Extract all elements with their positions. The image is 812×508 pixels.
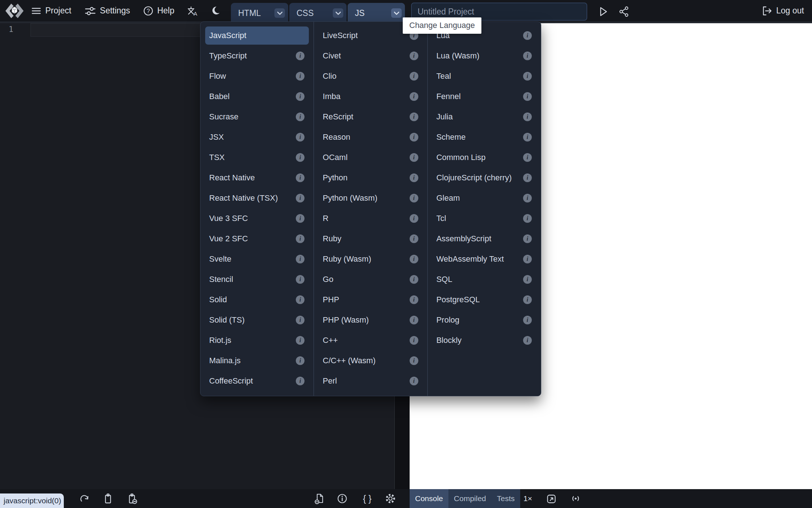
editor-select-js[interactable]: JS <box>348 3 405 23</box>
language-item[interactable]: WebAssembly Text i <box>432 250 536 268</box>
info-icon[interactable]: i <box>296 72 304 81</box>
info-icon[interactable]: i <box>296 214 304 223</box>
language-item[interactable]: Python i <box>319 169 422 187</box>
info-icon[interactable]: i <box>410 112 418 121</box>
language-item[interactable]: C/C++ (Wasm) i <box>319 352 422 370</box>
language-item[interactable]: Ruby i <box>319 230 422 248</box>
external-resources-button[interactable] <box>314 493 325 504</box>
language-item[interactable]: Julia i <box>432 108 536 126</box>
info-icon[interactable]: i <box>296 153 304 162</box>
info-icon[interactable]: i <box>410 356 418 365</box>
info-icon[interactable]: i <box>523 275 532 284</box>
info-icon[interactable]: i <box>523 72 532 81</box>
language-item[interactable]: SQL i <box>432 270 536 288</box>
language-item[interactable]: Lua (Wasm) i <box>432 47 536 65</box>
share-button[interactable] <box>619 6 630 17</box>
language-item[interactable]: Blockly i <box>432 331 536 349</box>
language-item[interactable]: JSX i <box>205 128 309 146</box>
language-item[interactable]: R i <box>319 209 422 228</box>
language-item[interactable]: Imba i <box>319 87 422 106</box>
editor-settings-button[interactable] <box>385 493 396 504</box>
info-icon[interactable]: i <box>410 336 418 345</box>
logout-button[interactable]: Log out <box>762 0 804 21</box>
info-icon[interactable]: i <box>296 295 304 304</box>
language-item[interactable]: Tcl i <box>432 209 536 228</box>
info-icon[interactable]: i <box>523 153 532 162</box>
custom-settings-button[interactable]: { } <box>363 493 372 504</box>
info-icon[interactable]: i <box>523 133 532 142</box>
language-item[interactable]: Sucrase i <box>205 108 309 126</box>
info-icon[interactable]: i <box>523 52 532 60</box>
language-item[interactable]: Common Lisp i <box>432 148 536 167</box>
info-icon[interactable]: i <box>523 112 532 121</box>
language-item[interactable]: Malina.js i <box>205 352 309 370</box>
language-item[interactable]: CoffeeScript i <box>205 372 309 390</box>
info-icon[interactable]: i <box>410 214 418 223</box>
info-icon[interactable]: i <box>410 173 418 182</box>
info-icon[interactable]: i <box>410 92 418 101</box>
language-item[interactable]: Flow i <box>205 67 309 85</box>
language-item[interactable]: Perl i <box>319 372 422 390</box>
language-item[interactable]: Fennel i <box>432 87 536 106</box>
info-icon[interactable]: i <box>523 214 532 223</box>
editor-info-button[interactable] <box>337 493 348 504</box>
copy-as-url-button[interactable] <box>127 493 138 504</box>
language-item[interactable]: Python (Wasm) i <box>319 189 422 207</box>
open-in-new-window-button[interactable] <box>546 493 557 504</box>
menu-project[interactable]: Project <box>31 6 71 16</box>
info-icon[interactable]: i <box>523 92 532 101</box>
info-icon[interactable]: i <box>523 234 532 243</box>
language-item[interactable]: Reason i <box>319 128 422 146</box>
info-icon[interactable]: i <box>410 316 418 324</box>
chevron-down-icon[interactable] <box>391 8 402 18</box>
language-item[interactable]: PHP (Wasm) i <box>319 311 422 329</box>
translate-button[interactable]: A <box>187 5 198 16</box>
language-item[interactable]: Babel i <box>205 87 309 106</box>
info-icon[interactable]: i <box>410 52 418 60</box>
language-item[interactable]: Gleam i <box>432 189 536 207</box>
menu-help[interactable]: ? Help <box>143 6 174 16</box>
language-item[interactable]: OCaml i <box>319 148 422 167</box>
language-item[interactable]: ClojureScript (cherry) i <box>432 169 536 187</box>
language-item[interactable]: Teal i <box>432 67 536 85</box>
info-icon[interactable]: i <box>296 356 304 365</box>
language-item[interactable]: Riot.js i <box>205 331 309 349</box>
info-icon[interactable]: i <box>523 295 532 304</box>
broadcast-button[interactable] <box>569 493 582 504</box>
language-item[interactable]: C++ i <box>319 331 422 349</box>
language-item[interactable]: TSX i <box>205 148 309 167</box>
language-item[interactable]: Clio i <box>319 67 422 85</box>
info-icon[interactable]: i <box>410 194 418 202</box>
format-code-button[interactable] <box>79 493 90 504</box>
tab-compiled[interactable]: Compiled <box>448 489 492 508</box>
info-icon[interactable]: i <box>296 336 304 345</box>
menu-settings[interactable]: Settings <box>84 5 130 16</box>
language-item[interactable]: Stencil i <box>205 270 309 288</box>
info-icon[interactable]: i <box>410 153 418 162</box>
info-icon[interactable]: i <box>296 173 304 182</box>
info-icon[interactable]: i <box>410 275 418 284</box>
info-icon[interactable]: i <box>410 377 418 385</box>
info-icon[interactable]: i <box>523 173 532 182</box>
language-item[interactable]: TypeScript i <box>205 47 309 65</box>
info-icon[interactable]: i <box>296 52 304 60</box>
app-logo[interactable] <box>5 3 24 19</box>
tab-tests[interactable]: Tests <box>492 489 520 508</box>
info-icon[interactable]: i <box>523 194 532 202</box>
info-icon[interactable]: i <box>410 255 418 263</box>
language-item[interactable]: Vue 3 SFC i <box>205 209 309 228</box>
result-zoom-button[interactable]: 1× <box>523 489 532 508</box>
info-icon[interactable]: i <box>296 234 304 243</box>
language-item[interactable]: Solid i <box>205 291 309 309</box>
info-icon[interactable]: i <box>296 194 304 202</box>
info-icon[interactable]: i <box>296 255 304 263</box>
info-icon[interactable]: i <box>296 275 304 284</box>
info-icon[interactable]: i <box>296 133 304 142</box>
language-item[interactable]: Solid (TS) i <box>205 311 309 329</box>
language-item[interactable]: Civet i <box>319 47 422 65</box>
editor-select-html[interactable]: HTML <box>231 3 288 23</box>
language-item[interactable]: React Native (TSX) i <box>205 189 309 207</box>
copy-code-button[interactable] <box>103 493 113 504</box>
language-item[interactable]: React Native i <box>205 169 309 187</box>
info-icon[interactable]: i <box>296 377 304 385</box>
